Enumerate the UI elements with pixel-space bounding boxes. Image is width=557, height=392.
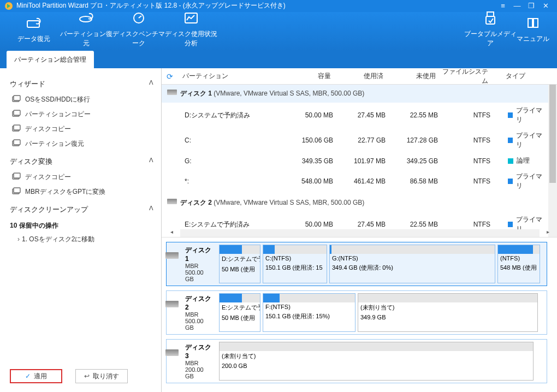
chevron-up-icon: ᐱ bbox=[149, 205, 153, 215]
tool-disk-usage[interactable]: ディスク使用状況分析 bbox=[165, 12, 217, 48]
tabstrip: パーティション総合管理 bbox=[0, 51, 557, 68]
action-icon bbox=[12, 173, 21, 180]
partition-box[interactable]: (未割り当て)200.0 GB bbox=[219, 342, 534, 381]
group-cleanup[interactable]: ディスククリーンアップᐱ bbox=[10, 199, 153, 218]
tool-partition-recovery[interactable]: パーティション復元 bbox=[60, 12, 112, 48]
partition-recovery-icon bbox=[79, 12, 94, 24]
disk-icon bbox=[167, 199, 177, 204]
tool-label: データ復元 bbox=[17, 34, 50, 44]
wizard-item-2[interactable]: ディスクコピー bbox=[10, 122, 153, 136]
tool-label: パーティション復元 bbox=[60, 29, 112, 48]
action-icon bbox=[12, 139, 21, 147]
close-button[interactable]: ✕ bbox=[538, 2, 553, 10]
partition-box[interactable]: E:システムで予50 MB (使用 bbox=[219, 293, 260, 332]
tool-benchmark[interactable]: ディスクベンチマーク bbox=[112, 12, 165, 48]
partition-box[interactable]: G:(NTFS)349.4 GB (使用済: 0%) bbox=[329, 245, 495, 283]
svg-rect-10 bbox=[14, 110, 20, 115]
disk-map: ディスク 1MBR500.00 GBD:システムで予50 MB (使用C:(NT… bbox=[162, 237, 557, 392]
partition-box[interactable]: (NTFS)548 MB (使用 bbox=[497, 245, 540, 283]
disk-card[interactable]: ディスク 3MBR200.00 GB(未割り当て)200.0 GB bbox=[166, 339, 547, 383]
disk-icon bbox=[165, 252, 179, 259]
partition-box[interactable]: C:(NTFS)150.1 GB (使用済: 15 bbox=[263, 245, 327, 283]
partition-row[interactable]: D:システムで予約済み50.00 MB27.45 MB22.55 MBNTFSプ… bbox=[162, 103, 557, 128]
minimize-button[interactable]: — bbox=[510, 2, 524, 10]
tool-bootable[interactable]: ブータブルメディア bbox=[464, 12, 517, 48]
group-label: ディスククリーンアップ bbox=[10, 205, 88, 215]
app-logo-icon bbox=[4, 2, 13, 10]
partition-row[interactable]: *:548.00 MB461.42 MB86.58 MBNTFSプライマリ bbox=[162, 169, 557, 194]
svg-rect-8 bbox=[14, 96, 20, 100]
tool-manual[interactable]: マニュアル bbox=[517, 17, 549, 44]
pending-ops-header: 10 保留中の操作 bbox=[10, 218, 153, 233]
group-wizard[interactable]: ウィザードᐱ bbox=[10, 74, 153, 92]
group-label: ディスク変換 bbox=[10, 157, 52, 167]
disk-card[interactable]: ディスク 2MBR500.00 GBE:システムで予50 MB (使用F:(NT… bbox=[166, 290, 547, 335]
partition-box[interactable]: F:(NTFS)150.1 GB (使用済: 15%) bbox=[263, 293, 355, 332]
horizontal-scrollbar[interactable] bbox=[180, 229, 540, 237]
group-label: ウィザード bbox=[10, 79, 45, 89]
benchmark-icon bbox=[131, 12, 146, 24]
wizard-item-1[interactable]: パーティションコピー bbox=[10, 107, 153, 122]
svg-rect-16 bbox=[14, 173, 20, 178]
svg-rect-12 bbox=[14, 125, 20, 130]
partition-box[interactable]: (未割り当て)349.9 GB bbox=[358, 293, 538, 332]
convert-item-1[interactable]: MBRディスクをGPTに変換 bbox=[10, 185, 153, 199]
wizard-item-0[interactable]: OSをSSD/HDDに移行 bbox=[10, 92, 153, 107]
menu-icon[interactable]: ≡ bbox=[496, 2, 510, 10]
chevron-up-icon: ᐱ bbox=[149, 79, 153, 89]
tool-label: ブータブルメディア bbox=[464, 29, 517, 48]
data-recovery-icon bbox=[26, 17, 42, 29]
tab-partition-management[interactable]: パーティション総合管理 bbox=[7, 51, 94, 68]
chevron-up-icon: ᐱ bbox=[149, 157, 153, 167]
col-capacity: 容量 bbox=[276, 72, 331, 81]
app-title: MiniTool Partition Wizard プロ・アルティメット版 12… bbox=[16, 1, 286, 10]
manual-icon bbox=[525, 17, 541, 29]
bootable-icon bbox=[483, 12, 498, 24]
maximize-button[interactable]: ❐ bbox=[524, 2, 538, 10]
svg-rect-18 bbox=[14, 188, 20, 193]
partition-row[interactable]: C:150.06 GB22.77 GB127.28 GBNTFSプライマリ bbox=[162, 128, 557, 153]
col-used: 使用済 bbox=[331, 72, 383, 81]
titlebar: MiniTool Partition Wizard プロ・アルティメット版 12… bbox=[0, 0, 557, 12]
partition-box[interactable]: D:システムで予50 MB (使用 bbox=[219, 245, 260, 283]
svg-rect-14 bbox=[14, 140, 20, 145]
tool-label: ディスク使用状況分析 bbox=[165, 29, 217, 48]
action-icon bbox=[12, 187, 21, 195]
disk-icon bbox=[165, 349, 179, 356]
main-toolbar: データ復元 パーティション復元 ディスクベンチマーク ディスク使用状況分析 ブー… bbox=[0, 12, 557, 51]
disk-header-row[interactable]: ディスク 1 (VMware, VMware Virtual S SAS, MB… bbox=[162, 85, 557, 103]
action-icon bbox=[12, 95, 21, 103]
partition-row[interactable]: F:150.06 GB22.77 GB127.28 GBNTFSプライマリ bbox=[162, 237, 557, 237]
refresh-icon[interactable]: ⟳ bbox=[162, 72, 178, 81]
pending-item[interactable]: ›1. OSをディスク2に移動 bbox=[10, 233, 153, 246]
col-type: タイプ bbox=[501, 72, 545, 81]
col-filesystem: ファイルシステム bbox=[436, 68, 501, 86]
apply-button[interactable]: ✓適用 bbox=[10, 369, 62, 383]
convert-item-0[interactable]: ディスクコピー bbox=[10, 170, 153, 185]
sidebar: ウィザードᐱ OSをSSD/HDDに移行パーティションコピーディスクコピーパーテ… bbox=[0, 68, 162, 392]
tool-label: ディスクベンチマーク bbox=[112, 29, 165, 48]
vertical-scrollbar[interactable] bbox=[548, 85, 557, 237]
group-convert[interactable]: ディスク変換ᐱ bbox=[10, 151, 153, 170]
action-icon bbox=[12, 110, 21, 117]
disk-usage-icon bbox=[183, 12, 199, 24]
disk-header-row[interactable]: ディスク 2 (VMware, VMware Virtual S SAS, MB… bbox=[162, 194, 557, 212]
svg-rect-5 bbox=[487, 12, 494, 16]
disk-card[interactable]: ディスク 1MBR500.00 GBD:システムで予50 MB (使用C:(NT… bbox=[166, 242, 547, 286]
tool-data-recovery[interactable]: データ復元 bbox=[8, 17, 60, 44]
table-header: ⟳ パーティション 容量 使用済 未使用 ファイルシステム タイプ bbox=[162, 68, 557, 85]
wizard-item-3[interactable]: パーティション復元 bbox=[10, 136, 153, 151]
col-free: 未使用 bbox=[383, 72, 436, 81]
disk-icon bbox=[165, 301, 179, 307]
partition-list: ディスク 1 (VMware, VMware Virtual S SAS, MB… bbox=[162, 85, 557, 237]
undo-button[interactable]: ↩取り消す bbox=[75, 369, 128, 383]
tool-label: マニュアル bbox=[517, 34, 549, 44]
partition-row[interactable]: G:349.35 GB101.97 MB349.25 GBNTFS論理 bbox=[162, 153, 557, 169]
col-partition: パーティション bbox=[178, 72, 276, 81]
action-icon bbox=[12, 124, 21, 132]
disk-icon bbox=[167, 90, 177, 95]
